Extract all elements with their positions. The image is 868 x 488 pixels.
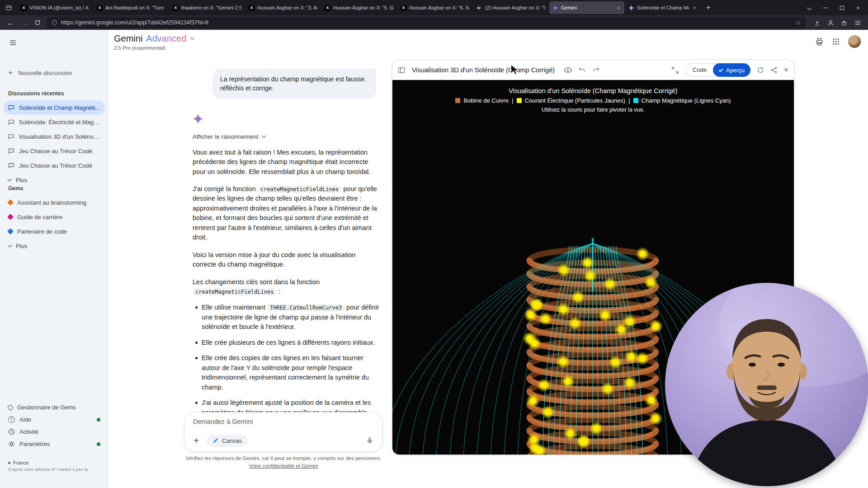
x-favicon: X [173, 5, 179, 11]
window-maximize-button[interactable] [835, 2, 849, 14]
print-button[interactable] [815, 38, 824, 46]
browser-tab[interactable]: X Hussain Asghar on X: "5. GPT O [321, 1, 396, 14]
undo-button[interactable] [578, 66, 586, 74]
tab-close-button[interactable]: × [616, 5, 621, 11]
sidebar-gem[interactable]: Partenaire de code [4, 224, 105, 239]
extensions-button[interactable] [837, 17, 851, 28]
sidebar-conversation[interactable]: Jeu Chasse au Trésor Codé. [4, 144, 105, 158]
google-apps-button[interactable] [832, 38, 840, 46]
sidebar-conversation[interactable]: Jeu Chasse au Trésor Codé [4, 158, 105, 173]
browser-tab[interactable]: X Hussain Asghar on X: "6. Socce [397, 1, 472, 14]
tab-title: thaakeno on X: "Gemini 2.5 i [181, 5, 241, 10]
refresh-icon [757, 66, 764, 74]
clock-icon [8, 428, 15, 435]
mic-button[interactable] [363, 434, 377, 447]
expand-button[interactable] [671, 66, 679, 74]
menu-button[interactable] [851, 17, 864, 28]
reasoning-label: Afficher le raisonnement [193, 133, 258, 140]
gems-more-button[interactable]: Plus [4, 239, 105, 253]
help-button[interactable]: ? Aide [4, 413, 105, 426]
browser-tab-audio[interactable]: (2) Hussain Asghar on X: "9 [473, 1, 548, 14]
firefox-view-button[interactable] [3, 2, 14, 13]
window-minimize-button[interactable] [818, 2, 833, 14]
paragraph: J'ai corrigé la fonction createMagneticF… [193, 184, 380, 243]
bookmark-star-icon[interactable]: ☆ [796, 19, 801, 26]
assistant-message: Vous avez tout à fait raison ! Mes excus… [193, 148, 380, 412]
avatar[interactable] [848, 35, 861, 48]
new-chat-button[interactable]: + Nouvelle discussion [4, 65, 105, 80]
browser-tab[interactable]: Solénoïde et Champ Magnétiq... × [625, 1, 700, 14]
chevron-down-icon [807, 5, 811, 10]
canvas-chip-button[interactable]: Canvas [207, 435, 248, 447]
close-canvas-button[interactable]: × [784, 66, 788, 75]
sidebar-gem[interactable]: Assistant au brainstorming [4, 195, 105, 210]
text-run: J'ai aussi légèrement ajusté la position… [202, 399, 371, 412]
account-button[interactable] [824, 17, 837, 28]
model-label: 2.5 Pro (experimental) [114, 45, 194, 51]
window-close-button[interactable]: × [851, 2, 865, 14]
webcam-video [665, 283, 868, 486]
chevron-down-icon [8, 243, 12, 248]
publish-button[interactable] [564, 66, 572, 74]
browser-tab[interactable]: X VISION IA (@vision_ia) / X [18, 1, 93, 14]
brand-name: Gemini [114, 33, 142, 44]
refresh-button[interactable] [757, 66, 764, 74]
conversation-title: Solénoïde et Champ Magnéti... [19, 104, 100, 111]
inline-code: createMagneticFieldLines [193, 288, 276, 296]
location-detail[interactable]: D'après votre adresse IP • Mettre à jour… [8, 467, 88, 472]
sidebar-menu-button[interactable] [6, 36, 19, 49]
settings-button[interactable]: Paramètres [4, 438, 105, 450]
tab-title: Gemini [561, 5, 613, 10]
share-button[interactable] [770, 66, 778, 74]
canvas-panel-icon [398, 66, 406, 74]
inline-code: THREE.CatmullRomCurve3 [267, 304, 344, 311]
downloads-button[interactable] [810, 17, 824, 28]
gem-icon [7, 214, 14, 220]
tab-title: Hussain Asghar on X: "6. Socce [409, 5, 469, 10]
x-favicon: X [325, 5, 330, 11]
text-run: J'ai corrigé la fonction [193, 185, 256, 192]
conversation-title: Jeu Chasse au Trésor Codé. [19, 148, 94, 155]
notification-dot [97, 442, 100, 446]
list-all-tabs-button[interactable] [802, 2, 816, 14]
new-tab-button[interactable]: + [703, 2, 714, 14]
sidebar-conversation[interactable]: Solénoïde: Électricité et Magn... [4, 115, 105, 129]
back-button[interactable]: ← [4, 17, 17, 28]
chevron-down-icon[interactable] [190, 36, 195, 40]
gems-section-label: Gems [8, 185, 23, 192]
browser-tab[interactable]: X Hussain Asghar on X: "3. An an [245, 1, 321, 14]
paragraph: Voici la version mise à jour du code ave… [193, 250, 380, 270]
privacy-link[interactable]: Votre confidentialité et Gemini [249, 463, 318, 469]
url-bar[interactable]: https://gemini.google.com/u/2/app/7dd42e… [47, 17, 806, 28]
person-icon [827, 19, 834, 26]
forward-button[interactable]: → [17, 17, 31, 28]
redo-button[interactable] [592, 66, 600, 74]
show-reasoning-toggle[interactable]: Afficher le raisonnement [193, 133, 382, 140]
chat-thread: La représentation du champ magnétique es… [184, 63, 382, 412]
location-row: France [8, 460, 88, 465]
tab-close-button[interactable]: × [692, 5, 697, 11]
text-run: pour qu'elle dessine les lignes de champ… [193, 185, 377, 241]
sidebar-gem[interactable]: Guide de carrière [4, 210, 105, 224]
sidebar-conversation[interactable]: Solénoïde et Champ Magnéti... [4, 100, 105, 115]
browser-tab-active[interactable]: Gemini × [549, 1, 624, 14]
x-favicon: X [97, 5, 103, 11]
attach-button[interactable]: + [189, 434, 203, 447]
gem-manager-button[interactable]: Gestionnaire de Gems [4, 401, 105, 413]
canvas-title: Visualisation 3D d'un Solénoïde (Champ C… [412, 66, 555, 74]
reload-button[interactable] [31, 17, 44, 28]
tab-title: Hussain Asghar on X: "3. An an [257, 5, 317, 10]
preview-tab[interactable]: Aperçu [713, 63, 750, 77]
app-header: Gemini Advanced 2.5 Pro (experimental) [114, 33, 194, 51]
code-tab[interactable]: Code [686, 64, 713, 76]
canvas-chip-label: Canvas [222, 437, 242, 444]
shield-icon[interactable] [52, 20, 57, 26]
chat-input[interactable] [193, 418, 374, 425]
activity-button[interactable]: Activité [4, 426, 105, 438]
disclaimer-text: Vérifiez les réponses de Gemini, car il … [175, 455, 392, 462]
browser-tab[interactable]: X Ani Baddepudi on X: "Turn any [94, 1, 169, 14]
code-preview-toggle: Code Aperçu [685, 63, 750, 77]
browser-tab[interactable]: X thaakeno on X: "Gemini 2.5 i [170, 1, 245, 14]
conversation-title: Visualisation 3D d'un Solénoïd... [19, 133, 100, 140]
sidebar-conversation[interactable]: Visualisation 3D d'un Solénoïd... [4, 129, 105, 144]
